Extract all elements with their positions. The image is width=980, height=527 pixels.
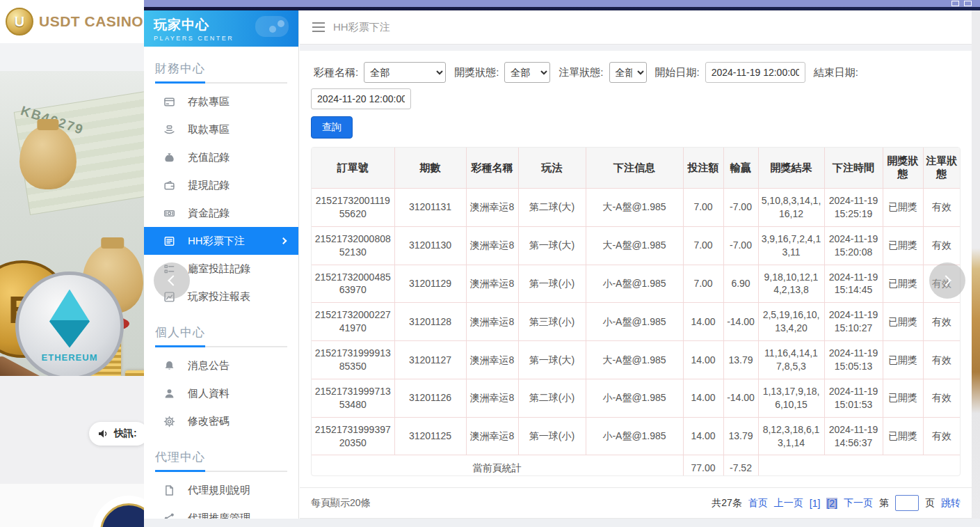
sidebar-item-label: 修改密碼	[188, 415, 230, 428]
withdraw-hand-icon	[163, 124, 175, 136]
document-icon	[163, 485, 175, 496]
page-2-link-current[interactable]: [2]	[826, 498, 837, 509]
cell-order-status: 有效	[923, 379, 960, 417]
window-control-icon	[951, 1, 959, 6]
collapse-left-button[interactable]	[154, 262, 190, 299]
table-row: 2152173200111955620 31201131 澳洲幸运8 第二球(大…	[312, 189, 960, 227]
sidebar-item-withdraw[interactable]: 取款專區	[144, 116, 298, 143]
sidebar-item-deposit[interactable]: 存款專區	[144, 88, 298, 116]
bet-status-select[interactable]: 全部	[609, 62, 647, 83]
ethereum-coin-graphic: ETHEREUM	[15, 272, 124, 376]
col-bet-amount: 投注額	[683, 148, 723, 189]
section-underline	[155, 346, 287, 347]
sidebar-item-lottery-bets[interactable]: HH彩票下注	[144, 227, 298, 255]
sidebar-item-funds-records[interactable]: 資金記錄	[144, 199, 298, 227]
gold-coin-stack-graphic	[125, 370, 144, 376]
jump-go-link[interactable]: 跳转	[941, 497, 961, 510]
gamepad-watermark-icon	[255, 16, 289, 37]
cell-draw-result: 5,10,8,3,14,1,16,12	[758, 189, 824, 227]
site-logo-text[interactable]: USDT CASINO	[39, 13, 143, 30]
cell-period: 31201130	[394, 226, 466, 265]
sidebar-item-label: 廳室投註記錄	[188, 262, 250, 276]
cell-order-status: 有效	[923, 189, 960, 227]
draw-status-select[interactable]: 全部	[504, 62, 550, 83]
cell-play-type: 第一球(大)	[518, 226, 586, 265]
cell-order-no: 2152173200111955620	[312, 189, 394, 227]
section-title: 代理中心	[155, 449, 287, 471]
page-summary-label: 當前頁統計	[312, 455, 683, 476]
next-page-link[interactable]: 下一页	[844, 497, 873, 510]
start-date-input[interactable]	[705, 62, 805, 83]
jump-page-input[interactable]	[895, 495, 919, 511]
cell-bet-time: 2024-11-19 15:10:27	[824, 303, 883, 341]
logo-monogram: U	[15, 14, 24, 30]
cell-win-loss: -14.00	[723, 303, 758, 341]
cell-order-status: 有效	[923, 417, 960, 455]
start-date-label: 開始日期:	[655, 66, 700, 79]
section-personal-center: 個人中心	[155, 324, 287, 347]
col-lottery-name: 彩種名稱	[466, 148, 518, 189]
lottery-name-select[interactable]: 全部	[364, 62, 446, 83]
expand-right-button[interactable]	[929, 262, 965, 299]
col-draw-result: 開獎結果	[758, 148, 824, 189]
screen: U USDT CASINO KB46279 B ETHEREUM 快訊:	[0, 0, 980, 527]
cell-order-no: 2152173200080852130	[312, 226, 394, 265]
main-topbar: HH彩票下注	[300, 10, 972, 45]
cell-lottery-name: 澳洲幸运8	[466, 417, 518, 455]
prev-page-link[interactable]: 上一页	[774, 497, 803, 510]
cell-bet-info: 大-A盤@1.985	[586, 189, 683, 227]
cell-order-no: 2152173199939720350	[312, 417, 394, 455]
cell-bet-time: 2024-11-19 15:01:53	[824, 379, 883, 417]
cell-bet-time: 2024-11-19 15:05:13	[824, 341, 883, 379]
cell-lottery-name: 澳洲幸运8	[466, 226, 518, 265]
cell-play-type: 第三球(小)	[518, 303, 586, 341]
cell-draw-status: 已開獎	[883, 417, 923, 455]
end-date-input[interactable]	[311, 88, 411, 109]
sidebar-item-profile[interactable]: 個人資料	[144, 379, 298, 407]
section-underline	[155, 471, 287, 472]
col-draw-status: 開獎狀態	[883, 148, 923, 189]
cell-draw-result: 9,18,10,12,14,2,13,8	[758, 265, 824, 303]
lottery-ticket-icon	[163, 235, 175, 247]
cell-period: 31201129	[394, 265, 466, 303]
hamburger-menu-icon[interactable]	[312, 22, 325, 24]
cell-order-status: 有效	[923, 341, 960, 379]
cell-period: 31201126	[394, 379, 466, 417]
cell-order-no: 2152173199991385350	[312, 341, 394, 379]
cell-order-no: 2152173200022741970	[312, 303, 394, 341]
cell-draw-status: 已開獎	[883, 265, 923, 303]
sidebar-item-recharge-records[interactable]: 充值記錄	[144, 143, 298, 171]
usdt-casino-coin-logo-icon[interactable]: U	[6, 8, 33, 36]
sidebar-item-announcements[interactable]: 消息公告	[144, 352, 298, 379]
browser-strip	[144, 0, 980, 7]
first-page-link[interactable]: 首页	[748, 497, 768, 510]
cell-bet-info: 小-A盤@1.985	[586, 379, 683, 417]
main-body: 彩種名稱: 全部 開獎狀態: 全部 注單狀態: 全部 開始日期: 結束日期: 查…	[300, 51, 972, 527]
search-button[interactable]: 查詢	[311, 116, 353, 139]
site-header: U USDT CASINO	[0, 0, 144, 43]
sidebar-item-label: 資金記錄	[188, 207, 230, 220]
cell-lottery-name: 澳洲幸运8	[466, 265, 518, 303]
section-title: 財務中心	[155, 61, 287, 82]
cell-bet-time: 2024-11-19 15:20:08	[824, 226, 883, 265]
col-win-loss: 輸贏	[723, 148, 758, 189]
sidebar-item-label: HH彩票下注	[188, 235, 245, 248]
cell-play-type: 第二球(大)	[518, 189, 586, 227]
cell-lottery-name: 澳洲幸运8	[466, 379, 518, 417]
page-1-link[interactable]: [1]	[810, 498, 821, 509]
chevron-left-icon	[168, 275, 179, 286]
cell-draw-status: 已開獎	[883, 303, 923, 341]
cell-bet-info: 小-A盤@1.985	[586, 417, 683, 455]
cell-win-loss: -7.00	[723, 226, 758, 265]
filter-bar: 彩種名稱: 全部 開獎狀態: 全部 注單狀態: 全部 開始日期: 結束日期:	[300, 51, 972, 109]
cell-win-loss: -7.00	[723, 189, 758, 227]
sidebar-item-withdrawal-records[interactable]: 提現記錄	[144, 171, 298, 199]
cell-draw-result: 8,12,3,18,6,13,1,14	[758, 417, 824, 455]
deposit-card-icon	[163, 96, 175, 108]
sidebar-item-change-password[interactable]: 修改密碼	[144, 407, 298, 435]
sidebar-item-agent-rules[interactable]: 代理規則說明	[144, 476, 298, 504]
cell-win-loss: 13.79	[723, 417, 758, 455]
table-header-row: 訂單號 期數 彩種名稱 玩法 下注信息 投注額 輸贏 開獎結果 下注時間 開獎狀…	[312, 148, 960, 189]
page-summary-bet: 77.00	[683, 455, 723, 476]
cell-win-loss: -14.00	[723, 379, 758, 417]
